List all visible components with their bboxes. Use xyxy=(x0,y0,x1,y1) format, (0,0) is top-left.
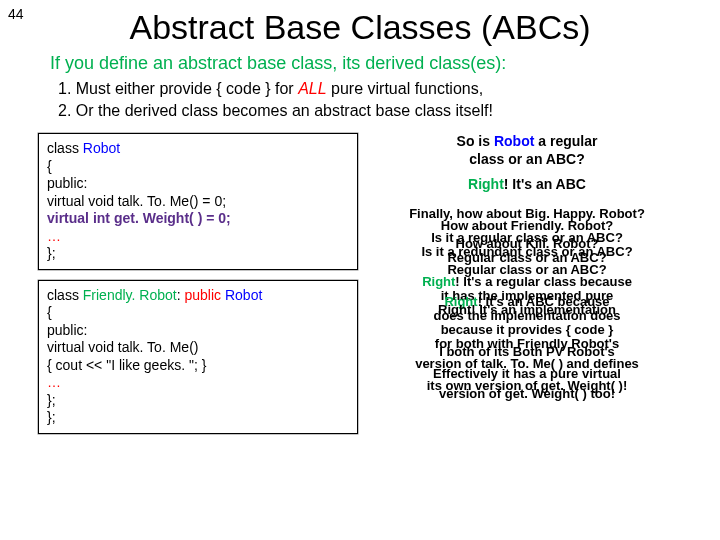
code-box-robot: class Robot { public: virtual void talk.… xyxy=(38,133,358,270)
c1-l6: … xyxy=(47,228,349,246)
rules-list: 1. Must either provide { code } for ALL … xyxy=(58,78,702,121)
c2-l6: … xyxy=(47,374,349,392)
c1-l7: }; xyxy=(47,245,349,263)
left-column: class Robot { public: virtual void talk.… xyxy=(38,133,358,444)
rule-1: 1. Must either provide { code } for ALL … xyxy=(58,78,702,100)
slide-title: Abstract Base Classes (ABCs) xyxy=(0,8,720,47)
q1b: Robot xyxy=(494,133,534,149)
q1d: class or an ABC? xyxy=(469,151,584,167)
rule-2: 2. Or the derived class becomes an abstr… xyxy=(58,100,702,122)
slide-subtitle: If you define an abstract base class, it… xyxy=(50,53,702,74)
code-box-friendly-robot: class Friendly. Robot: public Robot { pu… xyxy=(38,280,358,434)
a1a: Right xyxy=(468,176,504,192)
c1-l5: virtual int get. Weight( ) = 0; xyxy=(47,210,349,228)
rule-1-post: pure virtual functions, xyxy=(327,80,484,97)
overlapping-text-stack: Finally, how about Big. Happy. Robot? Ho… xyxy=(372,206,682,416)
c2-l5: { cout << "I like geeks. "; } xyxy=(47,357,349,375)
c2-l2: { xyxy=(47,304,349,322)
q1c: a regular xyxy=(534,133,597,149)
a1b: ! It's an ABC xyxy=(504,176,586,192)
rule-1-emph: ALL xyxy=(298,80,326,97)
right-column: So is Robot a regular class or an ABC? R… xyxy=(372,133,682,444)
c2-l8: }; xyxy=(47,409,349,427)
c2-l3: public: xyxy=(47,322,349,340)
s8a: Right xyxy=(422,274,455,289)
c2-l1b: Friendly. Robot xyxy=(83,287,177,303)
question-1: So is Robot a regular class or an ABC? xyxy=(372,133,682,168)
rule-1-pre: 1. Must either provide { code } for xyxy=(58,80,298,97)
s19: version of get. Weight( ) too! xyxy=(372,386,682,402)
c1-l1a: class xyxy=(47,140,83,156)
c2-l1f: Robot xyxy=(225,287,262,303)
c1-l1b: Robot xyxy=(83,140,120,156)
page-number: 44 xyxy=(8,6,24,22)
c2-l1a: class xyxy=(47,287,83,303)
s8b: ! It's a regular class because xyxy=(455,274,632,289)
c1-l3: public: xyxy=(47,175,349,193)
c1-l4: virtual void talk. To. Me() = 0; xyxy=(47,193,349,211)
c2-l7: }; xyxy=(47,392,349,410)
q1a: So is xyxy=(457,133,494,149)
c2-l4: virtual void talk. To. Me() xyxy=(47,339,349,357)
c2-l1d: public xyxy=(184,287,221,303)
c1-l2: { xyxy=(47,158,349,176)
answer-1: Right! It's an ABC xyxy=(372,176,682,194)
